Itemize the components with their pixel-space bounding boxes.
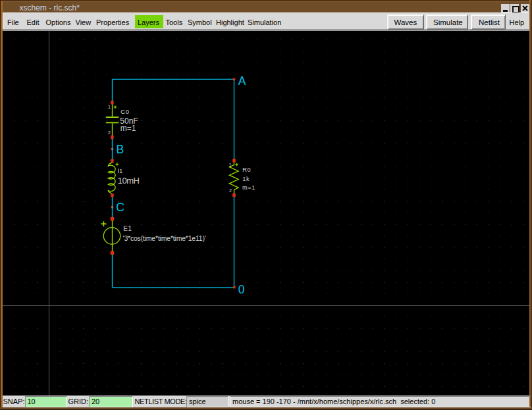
svg-text:B: B <box>116 143 124 156</box>
svg-text:C0: C0 <box>120 108 129 115</box>
svg-text:m=1: m=1 <box>120 124 136 133</box>
svg-text:2: 2 <box>108 130 111 135</box>
svg-text:1: 1 <box>108 105 111 109</box>
svg-text:l1: l1 <box>118 167 122 174</box>
svg-text:E1: E1 <box>123 225 132 232</box>
svg-text:A: A <box>238 74 246 88</box>
svg-text:m=1: m=1 <box>242 184 255 191</box>
svg-text:1: 1 <box>229 163 232 167</box>
svg-text:0: 0 <box>238 283 245 296</box>
svg-text:2: 2 <box>229 188 232 193</box>
svg-text:10mH: 10mH <box>118 176 140 186</box>
svg-text:R0: R0 <box>242 167 251 173</box>
svg-text:1k: 1k <box>242 176 250 182</box>
svg-text:'3*cos(time*time*time*1e11)': '3*cos(time*time*time*1e11)' <box>123 234 206 242</box>
svg-text:C: C <box>116 201 124 214</box>
